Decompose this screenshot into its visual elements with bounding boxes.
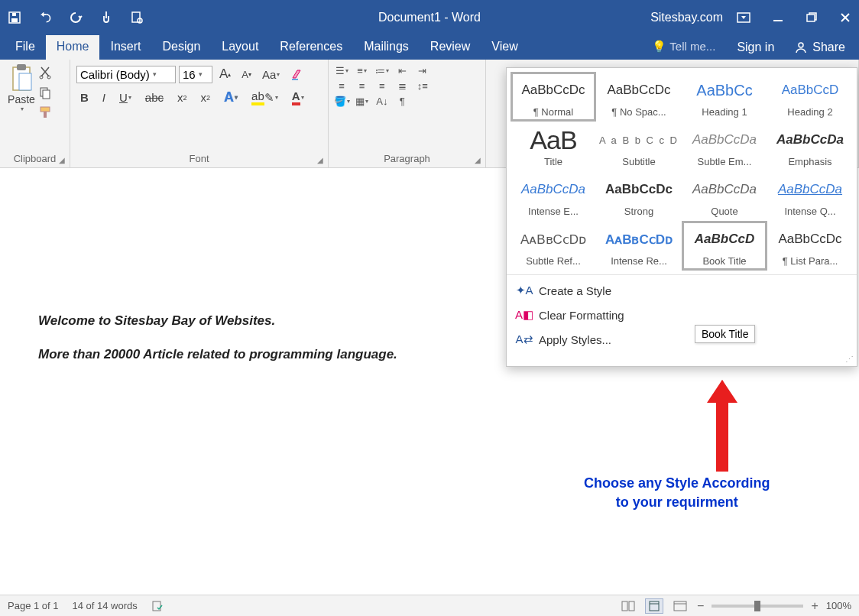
tab-references[interactable]: References (269, 35, 353, 60)
align-right-icon[interactable]: ≡ (374, 78, 391, 93)
style-label: Intense Q... (770, 206, 851, 217)
tab-view[interactable]: View (481, 35, 528, 60)
tab-design[interactable]: Design (151, 35, 211, 60)
shrink-font-icon[interactable]: A▾ (238, 67, 255, 82)
print-preview-icon[interactable] (130, 11, 144, 24)
align-center-icon[interactable]: ≡ (353, 78, 370, 93)
style-tile-heading-2[interactable]: AaBbCcDHeading 2 (768, 73, 852, 121)
style-tile-subtle-em-[interactable]: AaBbCcDaSubtle Em... (682, 122, 767, 170)
italic-button[interactable]: I (99, 89, 109, 105)
sort-icon[interactable]: A↓ (374, 93, 391, 109)
minimize-icon[interactable] (772, 11, 784, 24)
share-button[interactable]: Share (785, 36, 854, 59)
format-painter-icon[interactable] (38, 105, 52, 119)
undo-icon[interactable] (38, 11, 52, 24)
text-effects-icon[interactable]: A▾ (220, 88, 241, 107)
style-tile-subtle-ref-[interactable]: AᴀBʙCᴄDᴅSubtle Ref... (511, 222, 595, 270)
tell-me-input[interactable]: 💡 Tell me... (641, 35, 726, 60)
decrease-indent-icon[interactable]: ⇤ (394, 63, 410, 78)
style-tile--list-para-[interactable]: AaBbCcDc¶ List Para... (768, 222, 852, 270)
print-layout-icon[interactable] (645, 598, 663, 614)
apply-styles-item[interactable]: A⇄ Apply Styles... (507, 327, 857, 352)
touch-mode-icon[interactable] (99, 11, 113, 24)
style-tile-intense-e-[interactable]: AaBbCcDaIntense E... (511, 172, 595, 220)
save-icon[interactable] (8, 11, 21, 24)
create-style-label: Create a Style (539, 284, 611, 297)
style-preview: AᴀBʙCᴄDᴅ (598, 225, 679, 254)
increase-indent-icon[interactable]: ⇥ (414, 63, 431, 78)
clear-formatting-item[interactable]: A◧ Clear Formatting (507, 303, 857, 327)
style-label: Heading 2 (770, 106, 851, 118)
numbering-icon[interactable]: ≡▾ (353, 63, 370, 78)
title-bar: Document1 - Word Sitesbay.com (0, 0, 859, 35)
zoom-out-icon[interactable]: − (697, 599, 704, 613)
font-color-icon[interactable]: A▾ (288, 88, 308, 107)
zoom-slider[interactable] (712, 605, 803, 608)
style-tile-emphasis[interactable]: AaBbCcDaEmphasis (768, 122, 852, 170)
underline-button[interactable]: U▾ (115, 89, 135, 105)
show-marks-icon[interactable]: ¶ (394, 93, 410, 109)
close-icon[interactable] (839, 11, 851, 24)
tab-review[interactable]: Review (420, 35, 481, 60)
line-spacing-icon[interactable]: ↕≡ (414, 78, 431, 93)
font-launcher-icon[interactable]: ◢ (317, 156, 323, 164)
highlight-icon[interactable]: ab✎▾ (248, 88, 282, 107)
font-size-select[interactable]: 16▾ (179, 66, 212, 83)
cut-icon[interactable] (38, 66, 52, 79)
style-label: ¶ Normal (513, 106, 594, 118)
clipboard-label: Clipboard (14, 153, 57, 164)
tab-insert[interactable]: Insert (99, 35, 151, 60)
copy-icon[interactable] (38, 86, 52, 99)
sign-in-button[interactable]: Sign in (726, 36, 785, 59)
page-indicator[interactable]: Page 1 of 1 (8, 600, 59, 611)
spellcheck-icon[interactable] (151, 600, 165, 612)
style-tile-strong[interactable]: AaBbCcDcStrong (597, 172, 681, 220)
style-label: ¶ List Para... (770, 255, 851, 267)
grow-font-icon[interactable]: A▴ (216, 65, 235, 83)
superscript-button[interactable]: x2 (197, 89, 215, 105)
tab-file[interactable]: File (5, 35, 46, 60)
ribbon-display-icon[interactable] (737, 12, 750, 23)
clipboard-launcher-icon[interactable]: ◢ (59, 156, 65, 164)
redo-icon[interactable] (69, 11, 83, 24)
restore-icon[interactable] (806, 11, 818, 24)
paste-button[interactable]: Paste ▾ (5, 63, 38, 112)
tab-layout[interactable]: Layout (211, 35, 269, 60)
create-style-item[interactable]: ✦A Create a Style (507, 278, 857, 303)
bold-button[interactable]: B (76, 89, 92, 105)
paste-dropdown-icon[interactable]: ▾ (21, 105, 24, 112)
style-tile-heading-1[interactable]: AaBbCcHeading 1 (682, 73, 767, 121)
style-tile-intense-re-[interactable]: AᴀBʙCᴄDᴅIntense Re... (597, 222, 681, 270)
style-tile-quote[interactable]: AaBbCcDaQuote (682, 172, 767, 220)
style-tile-title[interactable]: AaBTitle (511, 122, 595, 170)
shading-icon[interactable]: 🪣▾ (333, 93, 350, 109)
subscript-button[interactable]: x2 (173, 89, 191, 105)
borders-icon[interactable]: ▦▾ (353, 93, 370, 109)
clear-format-icon[interactable] (287, 66, 310, 83)
word-count[interactable]: 14 of 14 words (73, 600, 138, 611)
style-preview: AaBbCcDa (770, 175, 851, 204)
align-left-icon[interactable]: ≡ (333, 78, 350, 93)
multilevel-icon[interactable]: ≔▾ (374, 63, 391, 78)
resize-grip-icon[interactable]: ⋰ (507, 355, 857, 366)
status-bar: Page 1 of 1 14 of 14 words − + 100% (0, 595, 859, 616)
tab-mailings[interactable]: Mailings (353, 35, 420, 60)
clipboard-icon (8, 63, 34, 93)
style-tile-book-title[interactable]: AaBbCcDBook Title (682, 222, 767, 270)
paragraph-launcher-icon[interactable]: ◢ (475, 156, 481, 164)
justify-icon[interactable]: ≣ (394, 78, 410, 93)
style-tile-subtitle[interactable]: A a B b C c DSubtitle (597, 122, 681, 170)
zoom-level[interactable]: 100% (826, 600, 851, 611)
font-name-select[interactable]: Calibri (Body)▾ (76, 66, 176, 83)
web-layout-icon[interactable] (671, 598, 689, 614)
zoom-in-icon[interactable]: + (811, 599, 818, 613)
style-tile--no-spac-[interactable]: AaBbCcDc¶ No Spac... (597, 73, 681, 121)
style-tile-intense-q-[interactable]: AaBbCcDaIntense Q... (768, 172, 852, 220)
style-tile--normal[interactable]: AaBbCcDc¶ Normal (511, 73, 595, 121)
tab-home[interactable]: Home (46, 35, 100, 60)
strikethrough-button[interactable]: abc (141, 89, 167, 105)
read-mode-icon[interactable] (619, 598, 637, 614)
change-case-icon[interactable]: Aa▾ (258, 66, 284, 83)
bullets-icon[interactable]: ☰▾ (333, 63, 350, 78)
paste-label: Paste (8, 93, 35, 105)
